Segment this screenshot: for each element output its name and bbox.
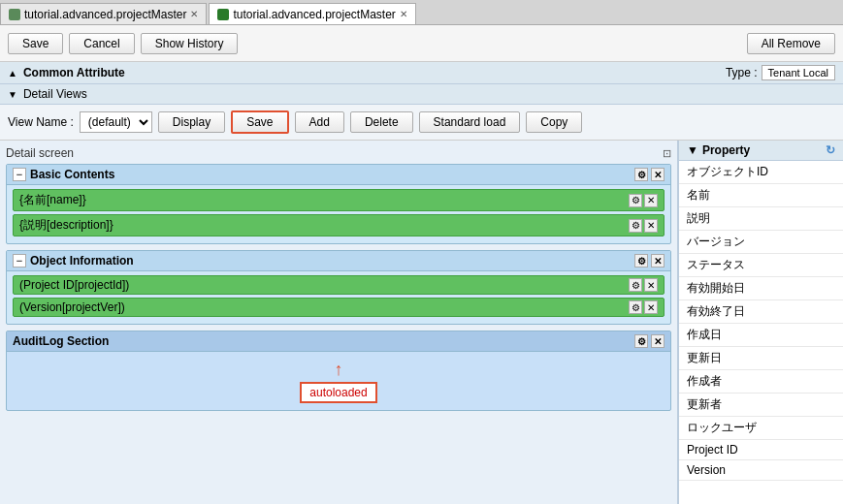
property-item-5[interactable]: 有効開始日 xyxy=(679,277,843,300)
save-button[interactable]: Save xyxy=(8,33,63,54)
object-info-header: − Object Information ⚙ ✕ xyxy=(7,251,670,271)
add-button[interactable]: Add xyxy=(295,111,344,133)
property-item-1[interactable]: 名前 xyxy=(679,184,843,207)
field-description-settings-icon[interactable]: ⚙ xyxy=(629,219,642,233)
field-projectid-close-icon[interactable]: ✕ xyxy=(644,278,658,292)
property-item-11[interactable]: ロックユーザ xyxy=(679,417,843,440)
common-attribute-arrow: ▲ xyxy=(8,68,17,79)
type-badge: Tenant Local xyxy=(762,65,835,80)
field-row-projectid: (Project ID[projectId]) ⚙ ✕ xyxy=(13,275,665,295)
field-label-name: {名前[name]} xyxy=(19,192,86,208)
common-attribute-header: ▲ Common Attribute Type : Tenant Local xyxy=(0,62,843,84)
basic-contents-label: Basic Contents xyxy=(30,168,114,181)
field-version-icons: ⚙ ✕ xyxy=(629,300,658,314)
auditlog-settings-icon[interactable]: ⚙ xyxy=(634,334,648,348)
display-button[interactable]: Display xyxy=(158,111,225,133)
delete-button[interactable]: Delete xyxy=(350,111,413,133)
property-refresh-icon[interactable]: ↻ xyxy=(826,143,835,157)
object-info-label: Object Information xyxy=(30,254,134,268)
detail-save-button[interactable]: Save xyxy=(231,110,288,134)
right-panel: ▼ Property ↻ オブジェクトID 名前 説明 バージョン ステータス … xyxy=(678,141,843,504)
property-item-0[interactable]: オブジェクトID xyxy=(679,161,843,184)
basic-contents-settings-icon[interactable]: ⚙ xyxy=(634,168,648,181)
tab-2[interactable]: tutorial.advanced.projectMaster ✕ xyxy=(209,3,415,24)
object-info-content: (Project ID[projectId]) ⚙ ✕ (Version[pro… xyxy=(7,271,670,324)
field-version-close-icon[interactable]: ✕ xyxy=(644,300,658,314)
field-label-projectid: (Project ID[projectId]) xyxy=(19,278,129,292)
show-history-button[interactable]: Show History xyxy=(141,33,239,54)
tab-icon-1 xyxy=(9,9,20,20)
property-arrow: ▼ xyxy=(687,143,698,157)
property-item-3[interactable]: バージョン xyxy=(679,231,843,254)
field-row-name: {名前[name]} ⚙ ✕ xyxy=(13,189,665,211)
object-info-close-icon[interactable]: ✕ xyxy=(651,254,665,268)
view-name-label: View Name : xyxy=(8,115,74,129)
field-name-close-icon[interactable]: ✕ xyxy=(644,194,658,207)
field-version-settings-icon[interactable]: ⚙ xyxy=(629,300,642,314)
field-projectid-settings-icon[interactable]: ⚙ xyxy=(629,278,642,292)
field-row-version: (Version[projectVer]) ⚙ ✕ xyxy=(13,298,665,317)
property-item-6[interactable]: 有効終了日 xyxy=(679,300,843,324)
standard-load-button[interactable]: Standard load xyxy=(419,111,521,133)
view-name-row: View Name : (default) Display Save Add D… xyxy=(0,105,843,141)
property-item-9[interactable]: 作成者 xyxy=(679,370,843,394)
property-item-13[interactable]: Version xyxy=(679,460,843,481)
detail-screen-label-row: Detail screen ⊡ xyxy=(6,146,671,160)
autoloaded-badge: autoloaded xyxy=(300,382,376,403)
field-projectid-icons: ⚙ ✕ xyxy=(629,278,658,292)
tab-close-2[interactable]: ✕ xyxy=(400,9,407,19)
all-remove-button[interactable]: All Remove xyxy=(747,33,835,54)
tab-1[interactable]: tutorial.advanced.projectMaster ✕ xyxy=(0,3,207,24)
type-text: Type : xyxy=(726,66,758,79)
field-row-description: {説明[description]} ⚙ ✕ xyxy=(13,214,665,236)
basic-contents-header: − Basic Contents ⚙ ✕ xyxy=(7,165,670,185)
property-item-10[interactable]: 更新者 xyxy=(679,394,843,417)
object-info-section: − Object Information ⚙ ✕ (Project ID[pro… xyxy=(6,250,671,325)
property-item-8[interactable]: 更新日 xyxy=(679,347,843,370)
field-name-settings-icon[interactable]: ⚙ xyxy=(629,194,642,207)
toolbar: Save Cancel Show History All Remove xyxy=(0,25,843,62)
copy-button[interactable]: Copy xyxy=(526,111,582,133)
property-list: オブジェクトID 名前 説明 バージョン ステータス 有効開始日 有効終了日 作… xyxy=(679,161,843,481)
basic-contents-close-icon[interactable]: ✕ xyxy=(651,168,665,181)
object-info-collapse-btn[interactable]: − xyxy=(13,254,26,268)
property-header: ▼ Property ↻ xyxy=(679,141,843,161)
detail-screen-label: Detail screen xyxy=(6,146,74,160)
field-description-icons: ⚙ ✕ xyxy=(629,219,658,233)
field-description-close-icon[interactable]: ✕ xyxy=(644,219,658,233)
left-panel: Detail screen ⊡ − Basic Contents ⚙ ✕ {名前… xyxy=(0,141,678,504)
basic-contents-content: {名前[name]} ⚙ ✕ {説明[description]} ⚙ ✕ xyxy=(7,185,670,243)
tabs-bar: tutorial.advanced.projectMaster ✕ tutori… xyxy=(0,0,843,25)
auditlog-close-icon[interactable]: ✕ xyxy=(651,334,665,348)
basic-contents-collapse-btn[interactable]: − xyxy=(13,168,26,181)
view-name-select[interactable]: (default) xyxy=(80,111,152,133)
property-item-2[interactable]: 説明 xyxy=(679,207,843,231)
main-content: Detail screen ⊡ − Basic Contents ⚙ ✕ {名前… xyxy=(0,141,843,504)
tab-icon-2 xyxy=(217,9,229,20)
object-info-icons: ⚙ ✕ xyxy=(634,254,665,268)
auditlog-section: AuditLog Section ⚙ ✕ ↑ autoloaded xyxy=(6,331,671,411)
basic-contents-section: − Basic Contents ⚙ ✕ {名前[name]} ⚙ ✕ {説明[… xyxy=(6,164,671,244)
auditlog-header: AuditLog Section ⚙ ✕ xyxy=(7,331,670,352)
tab-label-2: tutorial.advanced.projectMaster xyxy=(233,8,395,21)
detail-views-label: Detail Views xyxy=(23,87,87,101)
object-info-settings-icon[interactable]: ⚙ xyxy=(634,254,648,268)
cancel-button[interactable]: Cancel xyxy=(69,33,134,54)
type-label: Type : Tenant Local xyxy=(726,65,835,80)
detail-screen-icon[interactable]: ⊡ xyxy=(663,147,671,160)
detail-views-header: ▼ Detail Views xyxy=(0,84,843,105)
common-attribute-label: Common Attribute xyxy=(23,66,125,79)
tab-close-1[interactable]: ✕ xyxy=(190,9,198,19)
detail-views-arrow: ▼ xyxy=(8,89,17,100)
property-item-12[interactable]: Project ID xyxy=(679,440,843,460)
property-item-7[interactable]: 作成日 xyxy=(679,324,843,347)
tab-label-1: tutorial.advanced.projectMaster xyxy=(24,8,186,21)
auditlog-content: ↑ autoloaded xyxy=(7,352,670,410)
field-label-version: (Version[projectVer]) xyxy=(19,300,125,314)
field-label-description: {説明[description]} xyxy=(19,217,113,234)
property-item-4[interactable]: ステータス xyxy=(679,254,843,277)
field-name-icons: ⚙ ✕ xyxy=(629,194,658,207)
auditlog-label: AuditLog Section xyxy=(13,334,109,348)
arrow-indicator: ↑ xyxy=(334,360,342,380)
basic-contents-icons: ⚙ ✕ xyxy=(634,168,665,181)
